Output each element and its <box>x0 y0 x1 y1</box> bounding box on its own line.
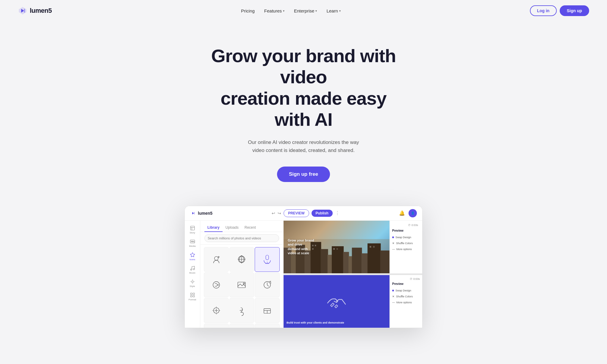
nav-links: Pricing Features ▾ Enterprise ▾ Learn ▾ <box>237 6 344 16</box>
nav-learn[interactable]: Learn ▾ <box>323 6 344 16</box>
sidebar-item-media[interactable]: Media <box>185 237 200 249</box>
slide2-more-options-btn[interactable]: —More options <box>392 301 420 304</box>
icons-icon <box>190 252 195 258</box>
sidebar-item-music[interactable]: Music <box>185 264 200 276</box>
svg-rect-23 <box>291 253 296 273</box>
sidebar-item-icons[interactable]: Icons <box>185 250 200 263</box>
icon-grid-item[interactable] <box>229 247 254 272</box>
more-options-btn[interactable]: —More options <box>392 248 420 251</box>
app-logo-icon <box>190 210 196 216</box>
icon-grid-item[interactable] <box>229 324 254 328</box>
icon-grid-item[interactable] <box>229 298 254 323</box>
slide2-shuffle-colors-btn[interactable]: ✕Shuffle Colors <box>392 295 420 298</box>
sidebar-item-style[interactable]: Style <box>185 277 200 289</box>
navbar: lumen5 Pricing Features ▾ Enterprise ▾ L… <box>0 0 607 21</box>
bell-icon[interactable]: 🔔 <box>399 210 405 216</box>
style-icon <box>190 279 195 284</box>
logo-link[interactable]: lumen5 <box>18 6 52 15</box>
svg-rect-32 <box>352 247 362 273</box>
svg-rect-34 <box>367 243 381 273</box>
story-icon <box>190 225 195 231</box>
icon-grid-item[interactable] <box>204 324 229 328</box>
signup-free-button[interactable]: Sign up free <box>277 167 330 182</box>
app-topbar: lumen5 ↩ ↪ PREVIEW Publish ⋮ 🔔 👤 <box>185 206 422 221</box>
nav-enterprise[interactable]: Enterprise ▾ <box>290 6 320 16</box>
music-icon <box>190 266 195 271</box>
icon-grid-item[interactable] <box>255 298 280 323</box>
app-panel: Library Uploads Recent <box>200 221 284 328</box>
svg-point-16 <box>243 283 245 284</box>
shuffle-colors-btn[interactable]: ✕Shuffle Colors <box>392 242 420 245</box>
swap-design-btn[interactable]: Swap Design <box>392 236 420 239</box>
slide-1-title: Grow your brand and drive demand with vi… <box>288 238 315 255</box>
slide-city-thumb[interactable]: Grow your brand and drive demand with vi… <box>284 221 389 273</box>
icon-grid-item[interactable] <box>255 324 280 328</box>
slide-blue-thumb[interactable]: Build trust with your clients and demons… <box>284 275 389 328</box>
sidebar-item-format[interactable]: Format <box>185 291 200 303</box>
svg-point-12 <box>214 257 218 261</box>
undo-icon[interactable]: ↩ <box>272 211 275 216</box>
svg-rect-42 <box>373 246 375 248</box>
slide-2-controls: ⏱ 0:03s Preview Swap Design ✕Shuffle Col… <box>389 275 422 328</box>
svg-rect-10 <box>190 295 192 297</box>
features-chevron-icon: ▾ <box>283 9 284 12</box>
app-brand-name: lumen5 <box>198 211 212 216</box>
sidebar-item-story[interactable]: Story <box>185 224 200 236</box>
slide-2-title: Build trust with your clients and demons… <box>287 319 354 325</box>
tab-library[interactable]: Library <box>204 224 223 232</box>
icon-grid-item[interactable] <box>204 272 229 297</box>
svg-rect-37 <box>315 245 316 246</box>
slide-1-controls: ⏱ 0:03s Preview Swap Design ✕Shuffle Col… <box>389 221 422 273</box>
app-sidebar-icons: Story Media Icons Music Style <box>185 221 200 328</box>
svg-point-14 <box>213 282 220 288</box>
tab-recent[interactable]: Recent <box>242 224 259 232</box>
icon-grid-item[interactable] <box>204 247 229 272</box>
app-logo: lumen5 <box>190 210 212 216</box>
app-canvas: Grow your brand and drive demand with vi… <box>284 221 422 328</box>
search-input[interactable] <box>204 234 279 242</box>
panel-search <box>200 232 283 245</box>
format-icon <box>190 292 195 298</box>
login-button[interactable]: Log in <box>530 5 557 16</box>
preview-button[interactable]: PREVIEW <box>284 209 309 217</box>
svg-rect-30 <box>343 252 349 273</box>
icon-grid-item-selected[interactable] <box>255 247 280 272</box>
icon-grid-item[interactable] <box>229 272 254 297</box>
app-preview-container: lumen5 ↩ ↪ PREVIEW Publish ⋮ 🔔 👤 Stor <box>0 206 607 328</box>
tab-uploads[interactable]: Uploads <box>223 224 242 232</box>
handshake-icon <box>325 292 348 310</box>
slide2-swap-design-btn[interactable]: Swap Design <box>392 289 420 292</box>
app-window: lumen5 ↩ ↪ PREVIEW Publish ⋮ 🔔 👤 Stor <box>184 206 423 328</box>
hero-subtext: Our online AI video creator revolutioniz… <box>241 138 366 154</box>
svg-rect-31 <box>348 256 352 273</box>
signup-button[interactable]: Sign up <box>560 5 589 16</box>
svg-rect-35 <box>380 250 389 273</box>
icon-grid-item[interactable] <box>204 298 229 323</box>
svg-rect-40 <box>337 248 338 250</box>
svg-rect-0 <box>190 226 195 230</box>
svg-rect-28 <box>328 255 332 273</box>
icon-grid-item[interactable] <box>255 272 280 297</box>
more-options-icon[interactable]: ⋮ <box>335 210 340 216</box>
svg-rect-27 <box>321 249 328 273</box>
learn-chevron-icon: ▾ <box>339 9 341 12</box>
logo-icon <box>18 6 27 15</box>
hero-headline: Grow your brand with video creation made… <box>202 45 405 130</box>
enterprise-chevron-icon: ▾ <box>315 9 317 12</box>
nav-actions: Log in Sign up <box>530 5 589 16</box>
icon-grid <box>200 245 283 328</box>
svg-rect-41 <box>370 246 371 248</box>
redo-icon[interactable]: ↪ <box>278 211 281 216</box>
nav-pricing[interactable]: Pricing <box>237 6 258 16</box>
hero-section: Grow your brand with video creation made… <box>0 21 607 200</box>
svg-rect-39 <box>333 248 334 250</box>
svg-rect-9 <box>193 293 194 294</box>
svg-rect-29 <box>332 246 344 273</box>
user-avatar[interactable]: 👤 <box>409 209 417 217</box>
app-topbar-center: ↩ ↪ PREVIEW Publish ⋮ <box>272 209 340 217</box>
publish-button[interactable]: Publish <box>312 210 333 217</box>
svg-point-7 <box>192 281 193 283</box>
svg-rect-8 <box>190 293 192 294</box>
slide-1: Grow your brand and drive demand with vi… <box>284 221 422 273</box>
nav-features[interactable]: Features ▾ <box>261 6 288 16</box>
